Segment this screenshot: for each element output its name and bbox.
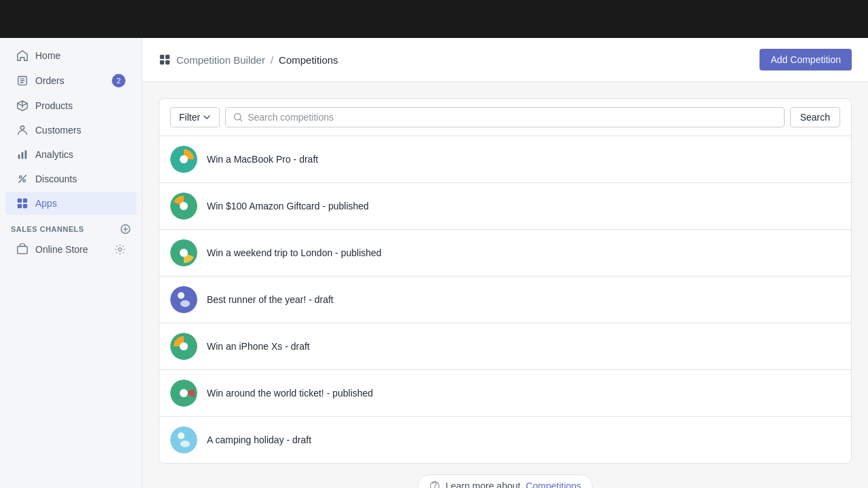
- svg-point-5: [20, 176, 22, 179]
- sidebar-item-customers[interactable]: Customers: [5, 119, 136, 142]
- competition-avatar-3: [170, 239, 197, 266]
- svg-point-32: [170, 426, 197, 453]
- apps-icon: [16, 197, 28, 209]
- sidebar-label-home: Home: [35, 50, 60, 61]
- sidebar-label-customers: Customers: [35, 125, 81, 136]
- svg-point-1: [20, 126, 24, 129]
- svg-rect-4: [25, 150, 27, 159]
- search-button[interactable]: Search: [790, 107, 840, 127]
- online-store-settings-icon[interactable]: [115, 244, 125, 255]
- competitions-card: Filter: [159, 98, 852, 464]
- sales-channels-section: SALES CHANNELS: [0, 216, 142, 237]
- svg-rect-9: [18, 204, 22, 208]
- sidebar-label-online-store: Online Store: [35, 244, 88, 255]
- competition-item[interactable]: Win a MacBook Pro - draft: [159, 136, 851, 183]
- page-header: Competition Builder / Competitions Add C…: [142, 38, 868, 82]
- filter-label: Filter: [179, 112, 200, 123]
- competition-name-3: Win a weekend trip to London - published: [207, 247, 382, 258]
- competition-item[interactable]: Win a weekend trip to London - published: [159, 230, 851, 277]
- svg-rect-14: [160, 55, 164, 59]
- competition-name-1: Win a MacBook Pro - draft: [207, 154, 318, 165]
- sidebar-label-analytics: Analytics: [35, 149, 73, 160]
- breadcrumb-separator: /: [271, 54, 273, 66]
- svg-rect-15: [165, 55, 170, 59]
- sidebar-item-online-store[interactable]: Online Store: [5, 238, 136, 261]
- sidebar-item-home[interactable]: Home: [5, 44, 136, 67]
- discounts-icon: [16, 173, 28, 185]
- home-icon: [16, 49, 28, 62]
- svg-point-20: [180, 155, 188, 163]
- svg-rect-8: [23, 199, 27, 203]
- sales-channels-label: SALES CHANNELS: [11, 225, 84, 233]
- competition-item[interactable]: Win an iPhone Xs - draft: [159, 323, 851, 370]
- svg-point-26: [178, 292, 184, 299]
- sidebar-label-orders: Orders: [35, 75, 64, 86]
- svg-rect-12: [18, 247, 27, 254]
- svg-rect-7: [18, 199, 22, 203]
- add-competition-button[interactable]: Add Competition: [760, 49, 852, 70]
- learn-more-section: Learn more about Competitions: [418, 474, 593, 488]
- page-footer: Learn more about Competitions: [159, 464, 852, 488]
- sidebar: Home Orders 2: [0, 38, 142, 488]
- svg-point-31: [180, 389, 188, 397]
- search-input-wrap: [225, 107, 785, 127]
- competition-item[interactable]: Win $100 Amazon Giftcard - published: [159, 183, 851, 230]
- search-icon: [233, 112, 243, 123]
- learn-more-text: Learn more about: [446, 481, 521, 488]
- svg-point-22: [180, 202, 188, 210]
- sidebar-item-analytics[interactable]: Analytics: [5, 143, 136, 166]
- online-store-icon: [16, 243, 28, 256]
- top-bar: [0, 0, 868, 38]
- svg-point-6: [23, 180, 26, 182]
- search-bar: Filter: [159, 99, 851, 136]
- breadcrumb-parent[interactable]: Competition Builder: [176, 54, 265, 66]
- main-content: Competition Builder / Competitions Add C…: [142, 38, 868, 488]
- competition-avatar-6: [170, 380, 197, 407]
- svg-point-25: [170, 286, 197, 313]
- add-sales-channel-icon[interactable]: [120, 224, 131, 235]
- sidebar-item-apps[interactable]: Apps: [5, 192, 136, 215]
- sidebar-item-products[interactable]: Products: [5, 94, 136, 117]
- breadcrumb-icon: [159, 54, 171, 66]
- help-icon: [429, 481, 440, 488]
- competition-avatar-7: [170, 426, 197, 453]
- competition-name-5: Win an iPhone Xs - draft: [207, 341, 310, 352]
- svg-point-34: [180, 441, 190, 447]
- competition-item[interactable]: Win around the world ticket! - published: [159, 370, 851, 417]
- learn-more-link[interactable]: Competitions: [526, 481, 581, 488]
- page-content-area: Filter: [142, 82, 868, 488]
- sidebar-item-discounts[interactable]: Discounts: [5, 167, 136, 190]
- svg-rect-17: [165, 60, 170, 64]
- svg-point-24: [180, 249, 188, 257]
- filter-button[interactable]: Filter: [170, 107, 220, 127]
- competition-item[interactable]: A camping holiday - draft: [159, 417, 851, 463]
- competition-name-2: Win $100 Amazon Giftcard - published: [207, 201, 369, 211]
- customers-icon: [16, 124, 28, 136]
- breadcrumb-current: Competitions: [279, 54, 338, 66]
- orders-badge: 2: [112, 74, 125, 87]
- orders-icon: [16, 75, 28, 87]
- svg-rect-16: [160, 60, 164, 64]
- competition-avatar-1: [170, 146, 197, 173]
- competition-avatar-4: [170, 286, 197, 313]
- svg-point-27: [180, 300, 190, 307]
- svg-point-35: [430, 482, 439, 488]
- breadcrumb: Competition Builder / Competitions: [159, 54, 338, 66]
- competition-avatar-5: [170, 333, 197, 360]
- sidebar-item-orders[interactable]: Orders 2: [5, 68, 136, 93]
- products-icon: [16, 100, 28, 112]
- sidebar-label-apps: Apps: [35, 198, 57, 209]
- svg-rect-10: [23, 204, 27, 208]
- analytics-icon: [16, 148, 28, 161]
- svg-rect-3: [22, 152, 24, 159]
- competition-name-4: Best runner of the year! - draft: [207, 294, 334, 305]
- svg-point-33: [178, 432, 184, 439]
- search-input[interactable]: [248, 112, 777, 123]
- competition-avatar-2: [170, 192, 197, 220]
- svg-point-29: [180, 342, 188, 350]
- sidebar-label-discounts: Discounts: [35, 174, 77, 184]
- svg-point-13: [119, 248, 122, 251]
- competition-name-7: A camping holiday - draft: [207, 434, 311, 445]
- competition-item[interactable]: Best runner of the year! - draft: [159, 277, 851, 323]
- competition-name-6: Win around the world ticket! - published: [207, 388, 373, 399]
